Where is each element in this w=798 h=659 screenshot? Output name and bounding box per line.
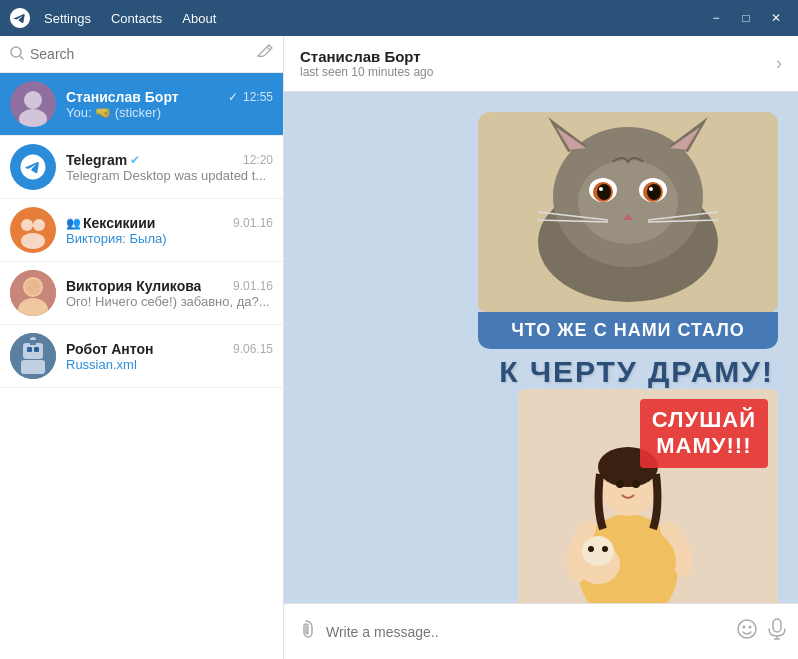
group-icon: 👥 <box>66 216 81 230</box>
menu-bar: Settings Contacts About <box>40 9 702 28</box>
chat-name: Telegram <box>66 152 127 168</box>
svg-line-2 <box>267 47 270 50</box>
menu-about[interactable]: About <box>178 9 220 28</box>
voice-button[interactable] <box>768 618 786 645</box>
drama-text: К ЧЕРТУ ДРАМУ! <box>499 355 774 388</box>
app-body: Станислав Борт ✓ 12:55 You: 🤜 (sticker) <box>0 36 798 659</box>
input-bar <box>284 603 798 659</box>
maximize-button[interactable]: □ <box>732 6 760 30</box>
chat-area: Станислав Борт last seen 10 minutes ago … <box>284 36 798 659</box>
chat-preview: Ого! Ничего себе!) забавно, да?... <box>66 294 273 309</box>
menu-settings[interactable]: Settings <box>40 9 95 28</box>
drama-text-block: К ЧЕРТУ ДРАМУ! <box>499 355 774 389</box>
attach-button[interactable] <box>296 619 316 644</box>
svg-point-47 <box>582 536 614 566</box>
messages-container: ЧТО ЖЕ С НАМИ СТАЛО К ЧЕРТУ ДРАМУ! <box>284 92 798 603</box>
window-controls: − □ ✕ <box>702 6 790 30</box>
chat-name: Станислав Борт <box>66 89 179 105</box>
sidebar: Станислав Борт ✓ 12:55 You: 🤜 (sticker) <box>0 36 284 659</box>
svg-point-3 <box>24 91 42 109</box>
chat-time: 9.06.15 <box>233 342 273 356</box>
svg-point-11 <box>25 279 41 295</box>
svg-point-51 <box>743 626 746 629</box>
chat-preview: You: 🤜 (sticker) <box>66 105 273 120</box>
compose-button[interactable] <box>257 44 273 64</box>
cat-image <box>478 112 778 312</box>
chat-info: Робот Антон 9.06.15 Russian.xml <box>66 341 273 372</box>
chat-header: Станислав Борт last seen 10 minutes ago … <box>284 36 798 92</box>
chat-preview: Виктория: Была) <box>66 231 273 246</box>
search-bar <box>0 36 283 73</box>
svg-point-44 <box>616 480 624 488</box>
chat-header-status: last seen 10 minutes ago <box>300 65 776 79</box>
app-logo <box>8 6 32 30</box>
chat-name: Кексикиии <box>83 215 155 231</box>
avatar <box>10 144 56 190</box>
avatar <box>10 270 56 316</box>
titlebar: Settings Contacts About − □ ✕ <box>0 0 798 36</box>
cat-text-overlay: ЧТО ЖЕ С НАМИ СТАЛО <box>478 312 778 349</box>
emoji-button[interactable] <box>736 618 758 645</box>
chat-info: Станислав Борт ✓ 12:55 You: 🤜 (sticker) <box>66 89 273 120</box>
avatar <box>10 207 56 253</box>
chat-info: Виктория Куликова 9.01.16 Ого! Ничего се… <box>66 278 273 309</box>
chat-header-info: Станислав Борт last seen 10 minutes ago <box>300 48 776 79</box>
chat-item-telegram[interactable]: Telegram ✔ 12:20 Telegram Desktop was up… <box>0 136 283 199</box>
mom-sticker: СЛУШАЙ МАМУ!!! <box>518 389 778 603</box>
svg-point-7 <box>21 233 45 249</box>
chat-item-viktoria[interactable]: Виктория Куликова 9.01.16 Ого! Ничего се… <box>0 262 283 325</box>
svg-point-6 <box>33 219 45 231</box>
chat-header-arrow[interactable]: › <box>776 53 782 74</box>
minimize-button[interactable]: − <box>702 6 730 30</box>
svg-rect-13 <box>23 343 43 359</box>
svg-point-49 <box>602 546 608 552</box>
svg-point-34 <box>649 187 653 191</box>
chat-time: 9.01.16 <box>233 216 273 230</box>
avatar <box>10 81 56 127</box>
chat-item-stanislav[interactable]: Станислав Борт ✓ 12:55 You: 🤜 (sticker) <box>0 73 283 136</box>
chat-item-robot-anton[interactable]: Робот Антон 9.06.15 Russian.xml <box>0 325 283 388</box>
search-input[interactable] <box>30 46 251 62</box>
chat-time: 9.01.16 <box>233 279 273 293</box>
message-input[interactable] <box>326 624 726 640</box>
avatar <box>10 333 56 379</box>
svg-point-32 <box>647 184 661 200</box>
verified-icon: ✔ <box>130 153 140 167</box>
svg-rect-18 <box>30 340 36 345</box>
chat-list: Станислав Борт ✓ 12:55 You: 🤜 (sticker) <box>0 73 283 659</box>
svg-rect-16 <box>21 360 45 374</box>
svg-point-45 <box>632 480 640 488</box>
chat-header-name: Станислав Борт <box>300 48 776 65</box>
search-icon <box>10 46 24 63</box>
chat-name: Робот Антон <box>66 341 153 357</box>
svg-rect-15 <box>34 347 39 352</box>
svg-point-52 <box>749 626 752 629</box>
chat-name: Виктория Куликова <box>66 278 201 294</box>
cat-sticker: ЧТО ЖЕ С НАМИ СТАЛО <box>478 112 778 349</box>
chat-time: 12:20 <box>243 153 273 167</box>
chat-time: ✓ 12:55 <box>228 90 273 104</box>
svg-point-31 <box>597 184 611 200</box>
menu-contacts[interactable]: Contacts <box>107 9 166 28</box>
svg-point-33 <box>599 187 603 191</box>
close-button[interactable]: ✕ <box>762 6 790 30</box>
svg-rect-53 <box>773 619 781 632</box>
svg-point-48 <box>588 546 594 552</box>
chat-info: 👥 Кексикиии 9.01.16 Виктория: Была) <box>66 215 273 246</box>
svg-point-26 <box>578 160 678 244</box>
listen-text: СЛУШАЙ МАМУ!!! <box>640 399 768 468</box>
cat-sticker-text: ЧТО ЖЕ С НАМИ СТАЛО <box>511 320 745 340</box>
chat-preview: Russian.xml <box>66 357 273 372</box>
chat-info: Telegram ✔ 12:20 Telegram Desktop was up… <box>66 152 273 183</box>
sticker-message: ЧТО ЖЕ С НАМИ СТАЛО К ЧЕРТУ ДРАМУ! <box>304 112 778 603</box>
svg-line-1 <box>20 56 23 59</box>
chat-preview: Telegram Desktop was updated t... <box>66 168 273 183</box>
svg-point-5 <box>21 219 33 231</box>
svg-rect-14 <box>27 347 32 352</box>
chat-item-keksikiiii[interactable]: 👥 Кексикиии 9.01.16 Виктория: Была) <box>0 199 283 262</box>
svg-point-50 <box>738 620 756 638</box>
svg-point-4 <box>19 109 47 127</box>
